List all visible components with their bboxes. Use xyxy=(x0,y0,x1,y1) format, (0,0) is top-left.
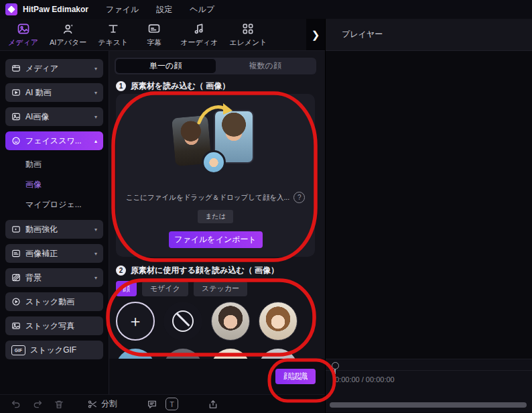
timecode: 0:00:00 / 00:00:00 xyxy=(335,375,532,384)
tabbar-more-button[interactable]: ❯ xyxy=(306,19,325,50)
category-tab-sticker[interactable]: ステッカー xyxy=(194,281,247,296)
sidebar-item-stock-photo[interactable]: ストック写真 xyxy=(5,316,103,335)
chevron-down-icon: ▾ xyxy=(94,251,97,257)
face-option-2[interactable] xyxy=(259,302,297,341)
feature-tabbar: メディア AIアバター テキスト 字幕 オーディオ エレメント ❯ xyxy=(0,19,325,51)
step2-header: 2 原素材に使用する顔を読み込む（ 画像） xyxy=(116,265,279,276)
tab-media[interactable]: メディア xyxy=(8,22,38,48)
export-button[interactable] xyxy=(208,399,218,410)
sidebar-item-label: 背景 xyxy=(25,272,42,284)
tab-audio-label: オーディオ xyxy=(180,38,218,48)
or-label: または xyxy=(198,210,233,223)
import-file-button[interactable]: ファイルをインポート xyxy=(169,231,263,248)
player-panel: プレイヤー 0:00:00 / 00:00:00 xyxy=(325,19,532,413)
app-window: HitPaw Edimakor ファイル 設定 ヘルプ メディア AIアバター … xyxy=(0,0,532,413)
tab-audio[interactable]: オーディオ xyxy=(180,22,218,48)
tab-media-label: メディア xyxy=(8,38,38,48)
submenu-item-my-projects[interactable]: マイプロジェ... xyxy=(25,199,103,211)
chevron-down-icon: ▾ xyxy=(94,66,97,72)
face-mode-tabs: 単一の顔 複数の顔 xyxy=(115,58,316,74)
tab-elements-label: エレメント xyxy=(229,38,267,48)
sidebar-item-background[interactable]: 背景 ▾ xyxy=(5,268,103,287)
sidebar-item-label: AI画像 xyxy=(25,111,49,123)
faceswap-icon xyxy=(11,136,21,145)
chevron-down-icon: ▾ xyxy=(94,227,97,233)
tab-subtitle-label: 字幕 xyxy=(147,38,161,48)
split-button[interactable]: 分割 xyxy=(87,398,117,410)
player-viewport xyxy=(326,51,532,359)
tab-text[interactable]: テキスト xyxy=(98,22,128,48)
category-tab-mosaic[interactable]: モザイク xyxy=(142,281,188,296)
redo-button[interactable] xyxy=(32,399,43,410)
media-icon xyxy=(17,22,30,36)
sidebar-item-label: ストック写真 xyxy=(25,320,74,332)
step1-header: 1 原素材を読み込む（ 画像） xyxy=(116,80,230,92)
text-tool-icon: T xyxy=(165,398,178,410)
ai-video-icon xyxy=(11,88,21,97)
faceswap-panel: 単一の顔 複数の顔 1 原素材を読み込む（ 画像） ここにファイルをドラッグ＆ド… xyxy=(109,51,325,394)
sidebar-item-label: 画像補正 xyxy=(25,248,58,259)
submenu-item-video[interactable]: 動画 xyxy=(25,159,103,170)
player-header: プレイヤー xyxy=(326,19,532,51)
split-label: 分割 xyxy=(101,398,117,410)
delete-button[interactable] xyxy=(54,399,64,410)
stock-gif-icon: GIF xyxy=(11,345,25,355)
undo-button[interactable] xyxy=(11,399,21,410)
chevron-down-icon: ▾ xyxy=(94,90,97,96)
sidebar-item-faceswap[interactable]: フェイススワ... ▴ xyxy=(5,131,103,150)
step2-title: 原素材に使用する顔を読み込む（ 画像） xyxy=(131,265,279,276)
sidebar-item-stock-gif[interactable]: GIF ストックGIF xyxy=(5,341,103,359)
background-icon xyxy=(11,273,21,282)
avatar-icon xyxy=(62,22,75,36)
tab-multiple-faces[interactable]: 複数の顔 xyxy=(216,59,316,73)
titlebar: HitPaw Edimakor ファイル 設定 ヘルプ xyxy=(0,0,532,19)
step2-number-badge: 2 xyxy=(116,266,126,276)
tab-ai-avatar[interactable]: AIアバター xyxy=(50,22,86,48)
no-face-option[interactable] xyxy=(163,302,202,341)
plus-icon: ＋ xyxy=(127,310,143,332)
comment-button[interactable] xyxy=(147,399,157,410)
text-tool-button[interactable]: T xyxy=(165,398,178,410)
tab-subtitle[interactable]: 字幕 xyxy=(139,22,169,48)
timeline-ruler[interactable] xyxy=(326,359,532,371)
sidebar-item-ai-image[interactable]: AI画像 ▾ xyxy=(5,107,103,126)
sidebar-item-label: メディア xyxy=(25,63,58,74)
timeline-scrollbar[interactable] xyxy=(330,402,527,408)
stock-video-icon xyxy=(11,297,21,306)
menu-file[interactable]: ファイル xyxy=(106,4,139,15)
sidebar-item-image-correction[interactable]: 画像補正 ▾ xyxy=(5,244,103,263)
menu-help[interactable]: ヘルプ xyxy=(190,4,214,15)
bottom-toolbar: 分割 T xyxy=(0,394,325,413)
help-icon[interactable]: ? xyxy=(293,192,305,203)
audio-icon xyxy=(192,22,206,36)
prohibit-icon xyxy=(172,310,194,332)
stock-photo-icon xyxy=(11,321,21,331)
subtitle-icon xyxy=(147,22,161,36)
tab-text-label: テキスト xyxy=(98,38,128,48)
face-recognition-button[interactable]: 顔認識 xyxy=(275,369,316,384)
sidebar-item-stock-video[interactable]: ストック動画 xyxy=(5,292,103,311)
sidebar-item-media[interactable]: メディア ▾ xyxy=(5,59,103,78)
playhead[interactable] xyxy=(332,362,339,369)
sidebar-item-ai-video[interactable]: AI 動画 ▾ xyxy=(5,83,103,102)
image-correction-icon xyxy=(11,249,21,258)
player-title: プレイヤー xyxy=(342,29,383,40)
tab-ai-avatar-label: AIアバター xyxy=(50,38,86,48)
face-option-1[interactable] xyxy=(211,302,250,341)
sidebar: メディア ▾ AI 動画 ▾ AI画像 ▾ フェイススワ... ▴ 動画 画像 … xyxy=(0,51,109,394)
tab-single-face[interactable]: 単一の顔 xyxy=(116,59,216,73)
dropzone-hint: ここにファイルをドラッグ＆ドロップして顔を入... xyxy=(126,193,289,202)
timeline: 0:00:00 / 00:00:00 xyxy=(326,359,532,412)
sidebar-item-video-enhance[interactable]: 動画強化 ▾ xyxy=(5,220,103,239)
menu-settings[interactable]: 設定 xyxy=(156,4,172,15)
submenu-item-image[interactable]: 画像 xyxy=(25,179,103,190)
sidebar-item-label: 動画強化 xyxy=(25,224,58,235)
category-tab-face[interactable]: 顔 xyxy=(116,281,137,296)
panel-footer: 顔認識 xyxy=(109,359,325,394)
video-enhance-icon xyxy=(11,225,21,234)
tab-elements[interactable]: エレメント xyxy=(229,22,267,48)
add-face-button[interactable]: ＋ xyxy=(116,302,155,341)
face-options-row: ＋ xyxy=(116,302,297,341)
source-image-dropzone[interactable]: ここにファイルをドラッグ＆ドロップして顔を入... ? または ファイルをインポ… xyxy=(116,94,315,257)
app-title: HitPaw Edimakor xyxy=(23,5,88,14)
